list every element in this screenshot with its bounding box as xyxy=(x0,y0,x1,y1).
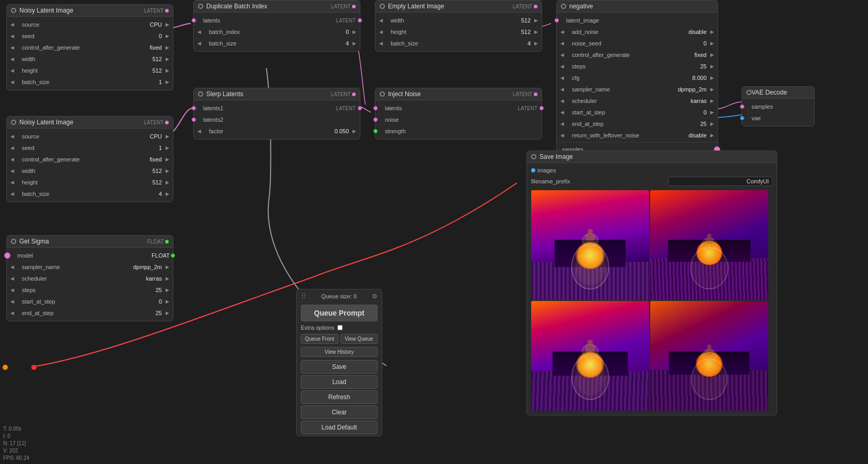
queue-front-button[interactable]: Queue Front xyxy=(301,334,338,344)
row-latent-image-ks: latent_image xyxy=(557,15,718,26)
noisy-latent-title-2: Noisy Latent Image xyxy=(19,119,73,126)
queue-size-label: Queue size: 0 xyxy=(321,293,357,299)
duplicate-batch-node: Duplicate Batch Index LATENT latents LAT… xyxy=(193,0,360,52)
ksampler-body: latent_image ◀ add_noise disable ▶ ◀ noi… xyxy=(557,13,718,169)
latent-output-label-1: LATENT xyxy=(144,8,169,14)
arrow-right-height-1[interactable]: ▶ xyxy=(164,68,171,73)
row-noise-in: noise xyxy=(376,114,542,125)
row-sampler-gs: ◀ sampler_name dpmpp_2m ▶ xyxy=(7,261,173,273)
duplicate-batch-body: latents LATENT ◀ batch_index 0 ▶ ◀ batch… xyxy=(194,13,360,51)
save-image-title: Save Image xyxy=(539,153,573,160)
row-end-gs: ◀ end_at_step 25 ▶ xyxy=(7,307,173,319)
get-sigma-toggle[interactable] xyxy=(11,239,16,244)
vae-decode-title: VAE Decode xyxy=(752,89,787,96)
view-history-button[interactable]: View History xyxy=(301,347,378,357)
svg-point-13 xyxy=(576,358,604,396)
row-width-el: ◀ width 512 ▶ xyxy=(376,15,542,26)
arrow-right-batch-1[interactable]: ▶ xyxy=(164,79,171,85)
row-latents2: latents2 xyxy=(194,114,360,125)
row-seed-2: ◀ seed 1 ▶ xyxy=(7,142,173,154)
filename-row: filename_prefix ComfyUI xyxy=(527,175,777,188)
node-toggle-2[interactable] xyxy=(11,120,16,125)
save-image-body: images filename_prefix ComfyUI xyxy=(527,163,777,415)
svg-rect-16 xyxy=(706,350,713,355)
arrow-left-width-1[interactable]: ◀ xyxy=(9,56,16,62)
noisy-latent-node-1: Noisy Latent Image LATENT ◀ source CPU ▶… xyxy=(6,4,173,90)
extra-options-row: Extra options xyxy=(297,323,382,332)
row-height-el: ◀ height 512 ▶ xyxy=(376,26,542,38)
row-vae-samples: samples xyxy=(742,101,814,112)
arrow-left-height-1[interactable]: ◀ xyxy=(9,68,16,73)
row-batch-1: ◀ batch_size 1 ▶ xyxy=(7,76,173,88)
arrow-right-seed-1[interactable]: ▶ xyxy=(164,33,171,39)
latent-output-db: LATENT xyxy=(331,4,356,9)
images-input-row: images xyxy=(527,165,777,175)
duplicate-batch-toggle[interactable] xyxy=(198,4,203,9)
arrow-left-batch-1[interactable]: ◀ xyxy=(9,79,16,85)
save-button[interactable]: Save xyxy=(301,360,378,374)
get-sigma-title: Get Sigma xyxy=(19,238,49,245)
row-width-2: ◀ width 512 ▶ xyxy=(7,165,173,177)
row-batch-2: ◀ batch_size 4 ▶ xyxy=(7,188,173,200)
arrow-left-source-1[interactable]: ◀ xyxy=(9,22,16,27)
queue-header: ⠿ Queue size: 0 ⚙ xyxy=(297,289,382,303)
queue-prompt-button[interactable]: Queue Prompt xyxy=(301,305,378,321)
save-image-toggle[interactable] xyxy=(531,154,536,159)
refresh-button[interactable]: Refresh xyxy=(301,390,378,404)
clear-button[interactable]: Clear xyxy=(301,405,378,419)
filename-prefix-value[interactable]: ComfyUI xyxy=(668,177,772,186)
extra-options-label: Extra options xyxy=(301,324,334,331)
noisy-latent-node-2: Noisy Latent Image LATENT ◀ source CPU ▶… xyxy=(6,116,173,202)
svg-point-17 xyxy=(707,344,712,349)
row-sampler-ks: ◀ sampler_name dpmpp_2m ▶ xyxy=(557,84,718,95)
view-queue-button[interactable]: View Queue xyxy=(341,334,378,344)
svg-rect-2 xyxy=(586,234,594,240)
view-history-row: View History xyxy=(297,345,382,358)
gear-icon[interactable]: ⚙ xyxy=(372,293,378,300)
svg-point-8 xyxy=(707,234,712,238)
small-buttons-row: Queue Front View Queue xyxy=(297,332,382,345)
images-connector xyxy=(531,168,535,172)
row-scheduler-ks: ◀ scheduler karras ▶ xyxy=(557,95,718,107)
vae-decode-toggle[interactable] xyxy=(746,90,752,95)
svg-rect-7 xyxy=(706,238,713,244)
stats-overlay: T: 0.00s I: 0 N: 17 [11] V: 202 FPS: 60.… xyxy=(3,425,29,462)
load-default-button[interactable]: Load Default xyxy=(301,421,378,434)
inject-noise-body: latents LATENT noise strength xyxy=(376,100,542,139)
ksampler-node: negative latent_image ◀ add_noise disabl… xyxy=(556,0,718,169)
inject-noise-toggle[interactable] xyxy=(380,91,385,97)
inject-noise-title: Inject Noise xyxy=(388,90,421,98)
row-batch-el: ◀ batch_size 4 ▶ xyxy=(376,38,542,49)
arrow-right-source-1[interactable]: ▶ xyxy=(164,22,171,27)
slerp-toggle[interactable] xyxy=(198,91,203,97)
stat-fps: FPS: 60.24 xyxy=(3,455,29,462)
row-height-2: ◀ height 512 ▶ xyxy=(7,177,173,188)
stat-n: N: 17 [11] xyxy=(3,440,29,447)
empty-latent-toggle[interactable] xyxy=(380,4,385,9)
inject-noise-node: Inject Noise LATENT latents LATENT noise… xyxy=(375,88,542,140)
extra-options-checkbox[interactable] xyxy=(337,325,343,330)
row-latents-in2: latents LATENT xyxy=(376,102,542,114)
svg-point-5 xyxy=(690,247,728,289)
vae-decode-node: VAE Decode samples vae xyxy=(742,86,815,126)
slerp-latents-header: Slerp Latents LATENT xyxy=(194,88,360,100)
row-source-2: ◀ source CPU ▶ xyxy=(7,131,173,142)
row-vae-vae: vae xyxy=(742,112,814,124)
arrow-right-width-1[interactable]: ▶ xyxy=(164,56,171,62)
row-start-gs: ◀ start_at_step 0 ▶ xyxy=(7,296,173,307)
orange-dot xyxy=(3,365,8,370)
float-output-label: FLOAT xyxy=(147,239,169,245)
arrow-left-seed-1[interactable]: ◀ xyxy=(9,33,16,39)
arrow-left-control-1[interactable]: ◀ xyxy=(9,45,16,50)
red-dot xyxy=(31,365,37,370)
get-sigma-node: Get Sigma FLOAT model FLOAT ◀ sampler_na… xyxy=(6,235,173,321)
get-sigma-header: Get Sigma FLOAT xyxy=(7,236,173,248)
save-image-header: Save Image xyxy=(527,151,777,163)
slerp-latents-node: Slerp Latents LATENT latents1 LATENT lat… xyxy=(193,88,360,140)
row-cfg: ◀ cfg 8.000 ▶ xyxy=(557,72,718,84)
ksampler-title: negative xyxy=(569,3,593,10)
node-toggle-1[interactable] xyxy=(11,8,16,13)
load-button[interactable]: Load xyxy=(301,375,378,389)
ksampler-toggle[interactable] xyxy=(561,4,566,9)
arrow-right-control-1[interactable]: ▶ xyxy=(164,45,171,50)
